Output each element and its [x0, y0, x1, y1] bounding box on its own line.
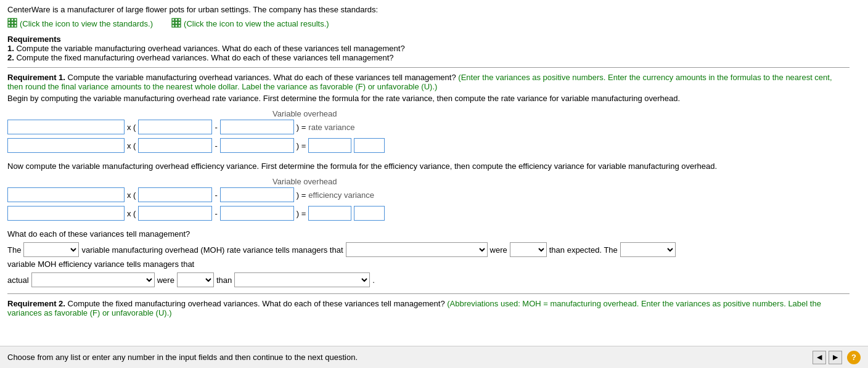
eff-label-row: Variable overhead — [7, 177, 850, 186]
standards-grid-icon — [7, 18, 17, 30]
nav-next-button[interactable]: ▶ — [829, 351, 842, 364]
efficiency-variance-section: Variable overhead x ( - ) = efficiency v… — [7, 177, 850, 221]
req2-header-text: Compute the fixed manufacturing overhead… — [65, 299, 445, 308]
what-tells-title: What do each of these variances tell man… — [7, 229, 850, 239]
svg-rect-0 — [8, 18, 10, 21]
eff-x2: x ( — [127, 209, 136, 218]
tells-select7[interactable]: standard hours allowed budgeted hours — [234, 272, 370, 287]
efficiency-variance-header: Variable overhead — [272, 177, 337, 186]
rate-minus1: - — [215, 123, 217, 132]
svg-rect-16 — [175, 25, 178, 27]
rate-x2: x ( — [127, 141, 136, 150]
svg-rect-14 — [178, 22, 181, 24]
results-link-label: (Click the icon to view the actual resul… — [184, 19, 329, 28]
eff-input2a[interactable] — [7, 206, 125, 221]
standards-link-label: (Click the icon to view the standards.) — [20, 19, 153, 28]
rate-variance-section: Variable overhead x ( - ) = rate varianc… — [7, 109, 850, 153]
rate-input1c[interactable] — [220, 120, 294, 134]
req2-text: Compute the fixed manufacturing overhead… — [16, 53, 393, 62]
results-grid-icon — [171, 18, 181, 30]
rate-result1[interactable] — [308, 138, 351, 153]
nav-prev-button[interactable]: ◀ — [813, 351, 826, 364]
svg-rect-12 — [172, 22, 174, 24]
eff-input1a[interactable] — [7, 187, 125, 202]
svg-rect-7 — [11, 25, 14, 27]
svg-rect-5 — [14, 22, 17, 24]
rate-formula-row1: x ( - ) = rate variance — [7, 120, 850, 134]
tells-were2-label: were — [157, 276, 174, 285]
req2-num: 2. — [7, 53, 14, 62]
divider2 — [7, 293, 850, 294]
req1-text: Compute the variable manufacturing overh… — [16, 44, 404, 53]
links-row: (Click the icon to view the standards.) … — [7, 18, 850, 30]
bottom-bar: Choose from any list or enter any number… — [0, 346, 868, 368]
eff-paren2: ) = — [297, 209, 306, 218]
svg-rect-10 — [175, 18, 178, 21]
svg-rect-13 — [175, 22, 178, 24]
tells-select3[interactable]: higher lower — [510, 242, 547, 257]
rate-result2[interactable] — [354, 138, 385, 153]
rate-input1a[interactable] — [7, 120, 125, 134]
rate-input1b[interactable] — [138, 120, 212, 134]
svg-rect-11 — [178, 18, 181, 21]
req1-header-bold: Requirement 1. — [7, 73, 65, 82]
results-link[interactable]: (Click the icon to view the actual resul… — [171, 18, 329, 30]
tells-select5[interactable]: direct labor hours machine hours units p… — [31, 272, 155, 287]
tells-select2[interactable]: actual MOH costs per hour standard MOH c… — [346, 242, 488, 257]
tells-than-expected-label: than expected. The — [549, 245, 618, 255]
rate-minus2: - — [215, 141, 217, 150]
req1-num: 1. — [7, 44, 14, 53]
tells-than2-label: than — [216, 276, 232, 285]
requirement2-block: Requirement 2. Compute the fixed manufac… — [7, 299, 850, 317]
req2-item: 2. Compute the fixed manufacturing overh… — [7, 53, 850, 62]
eff-input1b[interactable] — [138, 187, 212, 202]
standards-link[interactable]: (Click the icon to view the standards.) — [7, 18, 153, 30]
right-bar: ◀ ▶ ? — [813, 351, 861, 364]
eff-result2[interactable] — [354, 206, 385, 221]
svg-rect-3 — [8, 22, 10, 24]
divider1 — [7, 67, 850, 68]
rate-paren1: ) = — [297, 123, 306, 132]
eff-minus1: - — [215, 190, 217, 200]
rate-x1: x ( — [127, 123, 136, 132]
svg-rect-6 — [8, 25, 10, 27]
requirements-section: Requirements 1. Compute the variable man… — [7, 35, 850, 62]
bottom-note: Choose from any list or enter any number… — [7, 353, 358, 362]
tells-eff-label: variable MOH efficiency variance tells m… — [7, 260, 194, 269]
svg-rect-15 — [172, 25, 174, 27]
eff-result1[interactable] — [308, 206, 351, 221]
tells-select1[interactable]: favorable unfavorable — [23, 242, 79, 257]
tells-moh-rate-label: variable manufacturing overhead (MOH) ra… — [81, 245, 343, 255]
rate-variance-label: rate variance — [308, 123, 370, 132]
req2-header-bold: Requirement 2. — [7, 299, 65, 308]
rate-paren2: ) = — [297, 141, 306, 150]
what-tells-section: What do each of these variances tell man… — [7, 229, 850, 287]
eff-paren1: ) = — [297, 190, 306, 200]
eff-input2c[interactable] — [220, 206, 294, 221]
eff-formula-row1: x ( - ) = efficiency variance — [7, 187, 850, 202]
eff-input2b[interactable] — [138, 206, 212, 221]
requirement1-block: Requirement 1. Compute the variable manu… — [7, 73, 850, 287]
eff-formula-row2: x ( - ) = — [7, 206, 850, 221]
tells-row2: actual direct labor hours machine hours … — [7, 272, 850, 287]
tells-were-label: were — [490, 245, 507, 255]
efficiency-variance-label: efficiency variance — [308, 190, 374, 200]
help-button[interactable]: ? — [847, 351, 861, 364]
rate-input2a[interactable] — [7, 138, 125, 153]
nav-arrows: ◀ ▶ — [813, 351, 842, 364]
req2-header: Requirement 2. Compute the fixed manufac… — [7, 299, 850, 317]
tells-select4[interactable]: favorable unfavorable — [620, 242, 676, 257]
tells-the-label: The — [7, 245, 21, 255]
efficiency-instruction: Now compute the variable manufacturing o… — [7, 162, 850, 171]
rate-label-row: Variable overhead — [7, 109, 850, 118]
rate-input2b[interactable] — [138, 138, 212, 153]
svg-rect-1 — [11, 18, 14, 21]
tells-period-label: . — [372, 276, 375, 285]
eff-input1c[interactable] — [220, 187, 294, 202]
svg-rect-8 — [14, 25, 17, 27]
tells-select6[interactable]: higher lower — [177, 272, 214, 287]
rate-formula-row2: x ( - ) = — [7, 138, 850, 153]
rate-input2c[interactable] — [220, 138, 294, 153]
tells-row1: The favorable unfavorable variable manuf… — [7, 242, 850, 269]
eff-x1: x ( — [127, 190, 136, 200]
